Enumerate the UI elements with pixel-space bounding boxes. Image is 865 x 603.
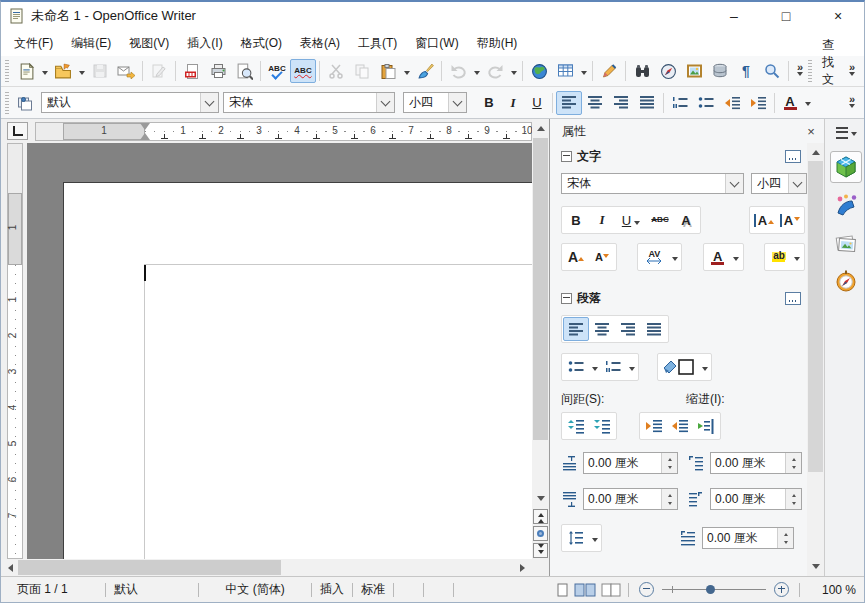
sidebar-scroll-thumb[interactable] — [808, 161, 823, 472]
export-pdf-button[interactable] — [179, 59, 205, 83]
sidebar-decrease-indent-button[interactable] — [667, 414, 693, 438]
sidebar-tab-styles[interactable] — [830, 189, 862, 221]
auto-spellcheck-button[interactable]: ABC — [290, 59, 316, 83]
toolbar-grip[interactable] — [5, 92, 9, 114]
toolbar-grip[interactable] — [5, 60, 9, 82]
left-indent-marker[interactable] — [140, 128, 150, 140]
sidebar-font-color-button[interactable]: A — [705, 245, 731, 269]
increase-spacing-button[interactable]: A — [751, 208, 777, 232]
menu-tools[interactable]: 工具(T) — [349, 32, 406, 55]
menu-edit[interactable]: 编辑(E) — [62, 32, 120, 55]
horizontal-scroll-thumb[interactable] — [18, 560, 281, 575]
spin-up-button[interactable] — [786, 489, 801, 499]
zoom-slider-thumb[interactable] — [706, 585, 715, 594]
undo-dropdown[interactable] — [471, 59, 482, 83]
font-name-dropdown[interactable] — [376, 93, 394, 112]
gallery-button[interactable] — [681, 59, 707, 83]
align-right-button[interactable] — [608, 91, 634, 115]
sidebar-tab-properties[interactable] — [830, 151, 862, 183]
find-toolbar-overflow-button[interactable]: » — [844, 58, 860, 84]
menu-help[interactable]: 帮助(H) — [468, 32, 527, 55]
bullets-button[interactable] — [693, 91, 719, 115]
app-icon[interactable] — [9, 8, 25, 24]
vertical-ruler[interactable]: 1 1 2 3 4 5 6 7 — [7, 143, 23, 559]
zoom-level-field[interactable]: 100 % — [804, 583, 856, 597]
navigation-button[interactable] — [533, 526, 548, 541]
insert-table-button[interactable] — [552, 59, 578, 83]
font-name-combobox[interactable]: 宋体 — [223, 92, 395, 113]
character-dialog-launcher[interactable] — [785, 150, 801, 163]
single-page-view-button[interactable] — [552, 580, 572, 600]
increase-paragraph-spacing-button[interactable] — [563, 414, 589, 438]
font-size-dropdown[interactable] — [448, 93, 466, 112]
sidebar-align-left-button[interactable] — [563, 317, 589, 341]
menu-file[interactable]: 文件(F) — [5, 32, 62, 55]
italic-button[interactable]: I — [501, 91, 525, 115]
clone-formatting-button[interactable] — [412, 59, 438, 83]
spin-down-button[interactable] — [786, 499, 801, 509]
strikethrough-button[interactable]: ABC — [647, 208, 673, 232]
menu-format[interactable]: 格式(O) — [232, 32, 291, 55]
align-center-button[interactable] — [582, 91, 608, 115]
menu-view[interactable]: 视图(V) — [120, 32, 178, 55]
draw-functions-button[interactable] — [596, 59, 622, 83]
maximize-button[interactable]: □ — [760, 2, 812, 30]
vertical-scroll-track[interactable] — [532, 136, 549, 491]
formatting-marks-button[interactable]: ¶ — [733, 59, 759, 83]
find-replace-button[interactable] — [629, 59, 655, 83]
open-dropdown[interactable] — [76, 59, 87, 83]
decrease-paragraph-spacing-button[interactable] — [589, 414, 615, 438]
spellcheck-button[interactable]: ABC — [264, 59, 290, 83]
numbering-button[interactable] — [667, 91, 693, 115]
sidebar-font-size-dropdown[interactable] — [788, 174, 806, 193]
language-field[interactable]: 中文 (简体) — [199, 581, 311, 598]
sidebar-numbering-button[interactable] — [600, 355, 626, 379]
line-spacing-dropdown[interactable] — [589, 526, 600, 550]
font-color-button[interactable]: A — [778, 91, 802, 115]
sidebar-font-name-dropdown[interactable] — [725, 174, 743, 193]
align-left-button[interactable] — [556, 91, 582, 115]
page-preview-button[interactable] — [231, 59, 257, 83]
decrease-spacing-button[interactable]: A — [777, 208, 803, 232]
cut-button[interactable] — [323, 59, 349, 83]
selection-mode-field[interactable]: 标准 — [353, 581, 393, 598]
standard-toolbar-overflow-button[interactable]: » — [792, 58, 808, 84]
spin-down-button[interactable] — [778, 538, 793, 548]
highlight-color-button[interactable]: ab — [766, 245, 792, 269]
spin-up-button[interactable] — [786, 453, 801, 463]
spin-up-button[interactable] — [662, 453, 677, 463]
save-button[interactable] — [87, 59, 113, 83]
sidebar-tab-navigator[interactable] — [830, 265, 862, 297]
collapse-icon[interactable] — [561, 151, 572, 162]
new-document-button[interactable] — [13, 59, 39, 83]
paste-button[interactable] — [375, 59, 401, 83]
underline-button[interactable]: U — [525, 91, 549, 115]
menu-table[interactable]: 表格(A) — [291, 32, 349, 55]
sidebar-align-center-button[interactable] — [589, 317, 615, 341]
grow-font-button[interactable]: A — [563, 245, 589, 269]
spin-up-button[interactable] — [778, 528, 793, 538]
font-color-dropdown[interactable] — [802, 91, 813, 115]
bullets-dropdown[interactable] — [589, 355, 600, 379]
sidebar-bullets-button[interactable] — [563, 355, 589, 379]
highlight-color-dropdown[interactable] — [792, 245, 803, 269]
zoom-in-button[interactable] — [774, 582, 789, 597]
decrease-indent-button[interactable] — [719, 91, 745, 115]
new-document-dropdown[interactable] — [39, 59, 50, 83]
paragraph-background-dropdown[interactable] — [699, 355, 710, 379]
above-paragraph-spacing-field[interactable]: 0.00 厘米 — [583, 452, 678, 474]
formatting-toolbar-overflow-button[interactable]: » — [844, 90, 860, 116]
zoom-slider-track[interactable] — [662, 589, 766, 590]
scroll-right-button[interactable] — [515, 559, 532, 576]
below-paragraph-spacing-field[interactable]: 0.00 厘米 — [583, 488, 678, 510]
menu-window[interactable]: 窗口(W) — [406, 32, 467, 55]
spin-down-button[interactable] — [662, 499, 677, 509]
horizontal-scrollbar[interactable] — [1, 559, 532, 576]
print-button[interactable] — [205, 59, 231, 83]
book-view-button[interactable] — [598, 580, 624, 600]
sidebar-font-color-dropdown[interactable] — [731, 245, 742, 269]
styles-button[interactable] — [13, 91, 37, 115]
sidebar-scrollbar[interactable] — [807, 143, 824, 576]
collapse-icon[interactable] — [561, 293, 572, 304]
copy-button[interactable] — [349, 59, 375, 83]
